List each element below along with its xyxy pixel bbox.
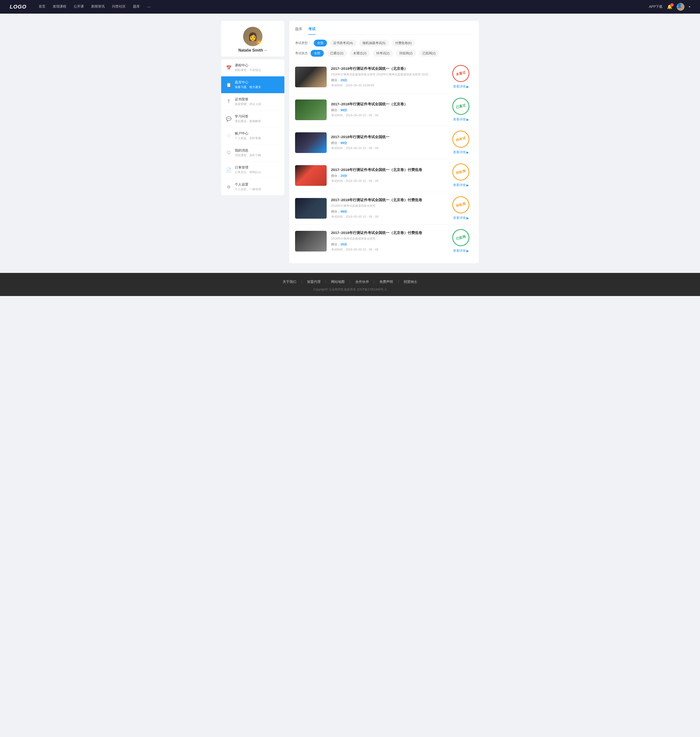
score-label-2: 得分： bbox=[331, 108, 341, 112]
logo[interactable]: LOGO bbox=[10, 4, 26, 10]
app-download[interactable]: APP下载 bbox=[649, 4, 663, 9]
exam-thumbnail-1 bbox=[295, 67, 326, 87]
user-avatar[interactable]: 👤 bbox=[676, 3, 684, 11]
exam-score-2: 得分：99分 bbox=[331, 108, 444, 112]
arrow-icon-2: ▶ bbox=[466, 118, 469, 121]
exam-title-4: 2017–2018年行测证件考试全国统一（北京卷）付费批卷 bbox=[331, 168, 444, 172]
status-filter-pending[interactable]: 待考试(2) bbox=[373, 50, 393, 57]
sidebar-item-course-center[interactable]: 📅 课程中心 精彩课程、不容错过 bbox=[221, 59, 284, 77]
nav-news[interactable]: 新闻资讯 bbox=[91, 4, 105, 9]
detail-link-2[interactable]: 查看详情 ▶ bbox=[453, 117, 469, 122]
detail-link-5[interactable]: 查看详情 ▶ bbox=[453, 216, 469, 220]
exam-status-5: 待批阅 查看详情 ▶ bbox=[449, 196, 473, 220]
score-label-6: 得分： bbox=[331, 243, 341, 246]
footer-link-careers[interactable]: 招贤纳士 bbox=[404, 280, 417, 284]
exam-info-2: 2017–2018年行测证件考试全国统一（北京卷） 得分：99分 考试时间：20… bbox=[331, 102, 444, 118]
calendar-icon: 📅 bbox=[226, 65, 231, 71]
arrow-icon-1: ▶ bbox=[466, 85, 469, 88]
detail-link-1[interactable]: 查看详情 ▶ bbox=[453, 84, 469, 89]
exam-info-1: 2017–2018年行测证件考试全国统一（北京卷） 2018年行测考试是最值得多… bbox=[331, 66, 444, 88]
profile-badge: 🏆 bbox=[257, 40, 262, 46]
footer-link-franchise[interactable]: 加盟代理 bbox=[307, 280, 321, 284]
nav-qa[interactable]: 问答社区 bbox=[112, 4, 126, 9]
menu-sub-qbank: 海量习题、助力通关 bbox=[235, 85, 279, 89]
tab-exam[interactable]: 考试 bbox=[308, 27, 316, 35]
time-val-3: 2019–05–03 10：09：09 bbox=[346, 146, 378, 150]
sidebar-item-certificate[interactable]: 🎖 证书荣誉 收获荣耀、持证上岗 bbox=[221, 93, 284, 111]
nav-question-bank[interactable]: 题库 bbox=[133, 4, 140, 9]
menu-label-qbank: 题库中心 bbox=[235, 80, 279, 85]
menu-label-orders: 订单管理 bbox=[235, 165, 279, 170]
status-filter-failed[interactable]: 未通过(2) bbox=[350, 50, 370, 57]
sidebar-item-orders[interactable]: 📄 订单管理 订单支出、明明白白 bbox=[221, 162, 284, 178]
type-filter-random[interactable]: 随机抽题考试(5) bbox=[359, 40, 389, 46]
status-stamp-4: 待批阅 bbox=[450, 162, 471, 183]
nav-discover[interactable]: 发现课程 bbox=[53, 4, 66, 9]
detail-link-3[interactable]: 查看详情 ▶ bbox=[453, 150, 469, 155]
time-label-5: 考试时间： bbox=[331, 215, 346, 218]
type-filter-cert[interactable]: 证书类考试(4) bbox=[330, 40, 356, 46]
footer-link-sitemap[interactable]: 网站地图 bbox=[331, 280, 345, 284]
bell-button[interactable]: 🔔 1 bbox=[667, 4, 672, 9]
exam-thumbnail-5 bbox=[295, 198, 326, 219]
exam-desc-1: 2018年行测考试是最值得多去研究 2018年行测考试是最值得多去研究 2018… bbox=[331, 72, 433, 77]
nav-home[interactable]: 首页 bbox=[39, 4, 46, 9]
main-container: 👩 🏆 Natalie Smith ✏ 📅 课程中心 精彩课程、不容错过 bbox=[216, 21, 484, 263]
badge-icon: 🏆 bbox=[257, 41, 261, 45]
sidebar-item-settings[interactable]: ⚙ 个人设置 个人信息、一键管理 bbox=[221, 178, 284, 195]
footer-link-about[interactable]: 关于我们 bbox=[283, 280, 296, 284]
exam-thumbnail-3 bbox=[295, 132, 326, 153]
detail-link-4[interactable]: 查看详情 ▶ bbox=[453, 183, 469, 187]
time-label-3: 考试时间： bbox=[331, 146, 346, 150]
arrow-icon-4: ▶ bbox=[466, 183, 469, 187]
nav-more[interactable]: ··· bbox=[147, 4, 151, 9]
sidebar-item-question-bank[interactable]: 📋 题库中心 海量习题、助力通关 bbox=[221, 77, 284, 93]
exam-time-5: 考试时间：2019–05–03 10：09：09 bbox=[331, 215, 444, 219]
exam-thumbnail-6 bbox=[295, 231, 326, 252]
medal-icon: 🎖 bbox=[226, 99, 231, 104]
status-filter-passed[interactable]: 已通过(2) bbox=[326, 50, 347, 57]
user-dropdown-arrow[interactable]: ▾ bbox=[689, 5, 690, 9]
nav-open[interactable]: 公开课 bbox=[74, 4, 84, 9]
status-filter-all[interactable]: 全部 bbox=[310, 50, 324, 57]
sidebar-item-messages[interactable]: 🗨 我的消息 消息通知、及时了解 bbox=[221, 144, 284, 162]
sidebar-item-study-qa[interactable]: 💬 学习问答 课后重温、疑难解答 bbox=[221, 111, 284, 127]
exam-thumbnail-4 bbox=[295, 165, 326, 186]
score-val-6: 25分 bbox=[341, 243, 347, 246]
menu-sub-orders: 订单支出、明明白白 bbox=[235, 170, 279, 174]
footer-link-partners[interactable]: 合作伙伴 bbox=[355, 280, 369, 284]
status-stamp-2: 已通过 bbox=[450, 96, 471, 117]
profile-card: 👩 🏆 Natalie Smith ✏ bbox=[221, 21, 284, 56]
tab-question-bank[interactable]: 题库 bbox=[295, 27, 302, 35]
status-stamp-3: 待考试 bbox=[450, 129, 471, 150]
header: LOGO 首页 发现课程 公开课 新闻资讯 问答社区 题库 ··· APP下载 … bbox=[0, 0, 700, 13]
sidebar-item-account[interactable]: ♡ 账户中心 个人权益、实时掌握 bbox=[221, 127, 284, 144]
score-val-2: 99分 bbox=[341, 108, 347, 112]
type-filter-all[interactable]: 全部 bbox=[314, 40, 327, 46]
status-filter-reviewed[interactable]: 已批阅(2) bbox=[419, 50, 439, 57]
menu-label-qa: 学习问答 bbox=[235, 114, 279, 119]
status-stamp-1: 未通过 bbox=[450, 63, 471, 84]
exam-status-1: 未通过 查看详情 ▶ bbox=[449, 65, 473, 89]
footer-copyright: Copyright© 云朵商学院 版权所有 京ICP备17051340号–1 bbox=[10, 287, 690, 292]
time-val-2: 2019–05–03 10：09：09 bbox=[346, 113, 378, 117]
header-right: APP下载 🔔 1 👤 ▾ bbox=[649, 3, 690, 11]
exam-item: 2017–2018年行测证件考试全国统一（北京卷） 2018年行测考试是最值得多… bbox=[295, 60, 473, 93]
menu-label-cert: 证书荣誉 bbox=[235, 97, 279, 102]
exam-status-3: 待考试 查看详情 ▶ bbox=[449, 131, 473, 155]
score-label-5: 得分： bbox=[331, 210, 341, 213]
type-filter-label: 考试类型： bbox=[295, 41, 311, 45]
arrow-icon-5: ▶ bbox=[466, 216, 469, 220]
menu-text-account: 账户中心 个人权益、实时掌握 bbox=[235, 131, 279, 140]
sidebar: 👩 🏆 Natalie Smith ✏ 📅 课程中心 精彩课程、不容错过 bbox=[221, 21, 284, 263]
profile-edit-icon[interactable]: ✏ bbox=[265, 49, 267, 52]
sidebar-menu: 📅 课程中心 精彩课程、不容错过 📋 题库中心 海量习题、助力通关 🎖 证书荣誉… bbox=[221, 59, 284, 195]
footer-links: 关于我们 | 加盟代理 | 网站地图 | 合作伙伴 | 免费声明 | 招贤纳士 bbox=[10, 280, 690, 284]
menu-sub-qa: 课后重温、疑难解答 bbox=[235, 119, 279, 123]
exam-time-4: 考试时间：2019–05–03 10：09：09 bbox=[331, 179, 444, 183]
status-filter-awaiting[interactable]: 待批阅(2) bbox=[396, 50, 416, 57]
menu-text-qa: 学习问答 课后重温、疑难解答 bbox=[235, 114, 279, 123]
detail-link-6[interactable]: 查看详情 ▶ bbox=[453, 249, 469, 253]
type-filter-paid[interactable]: 付费批卷(6) bbox=[392, 40, 415, 46]
footer-link-disclaimer[interactable]: 免费声明 bbox=[379, 280, 393, 284]
